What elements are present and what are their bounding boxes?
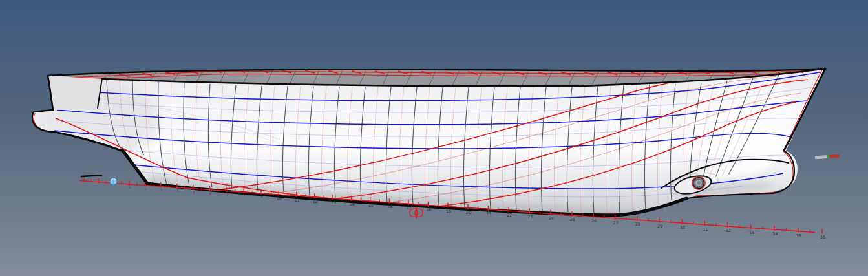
reference-dash: [81, 175, 101, 176]
ruler-label: 31: [703, 227, 708, 232]
ruler-label: 14: [350, 202, 355, 207]
ruler-label: 36: [820, 235, 825, 240]
ruler-label: 22: [507, 213, 512, 218]
ruler-label: 12: [312, 199, 317, 204]
ruler-label: 32: [726, 228, 731, 233]
ruler-label: 28: [635, 222, 640, 227]
ruler-label: 8: [244, 194, 246, 197]
transom-face: [48, 76, 102, 110]
ruler-label: 19: [446, 209, 451, 214]
viewport-canvas[interactable]: 1234567891011121314151617181920212223242…: [0, 0, 868, 276]
ruler-label: 7: [226, 193, 228, 196]
ruler-label: 10: [277, 196, 282, 202]
ruler-label: 29: [657, 224, 662, 229]
ruler-label: 2: [145, 187, 147, 191]
bow-thruster-tunnel: [692, 176, 705, 189]
ruler-label: 11: [295, 198, 300, 203]
ruler-label: 1: [129, 186, 131, 189]
ruler-label: 24: [549, 216, 554, 221]
ruler-label: 4: [176, 189, 178, 193]
ruler-label: 23: [527, 215, 533, 220]
ruler-label: 3: [160, 188, 162, 191]
ruler-label: 27: [613, 220, 619, 226]
ruler-label: 35: [796, 233, 801, 239]
ruler-label: 6: [209, 192, 211, 195]
ruler-label: 21: [486, 211, 491, 217]
ruler-label: 16: [387, 204, 392, 209]
ruler-label: 15: [368, 203, 374, 208]
ruler-label: 9: [260, 195, 262, 198]
ruler-label: 30: [680, 225, 685, 230]
ruler-label: 18: [426, 207, 431, 212]
cad-viewport[interactable]: 1234567891011121314151617181920212223242…: [0, 0, 868, 276]
ruler-label: 33: [749, 230, 754, 235]
ruler-label: 26: [591, 218, 597, 224]
ruler-label: 5: [193, 191, 195, 194]
ruler-label: 20: [466, 210, 471, 215]
ruler-label: 25: [570, 217, 575, 222]
ruler-label: 13: [331, 200, 336, 206]
ruler-label: 34: [772, 231, 778, 237]
